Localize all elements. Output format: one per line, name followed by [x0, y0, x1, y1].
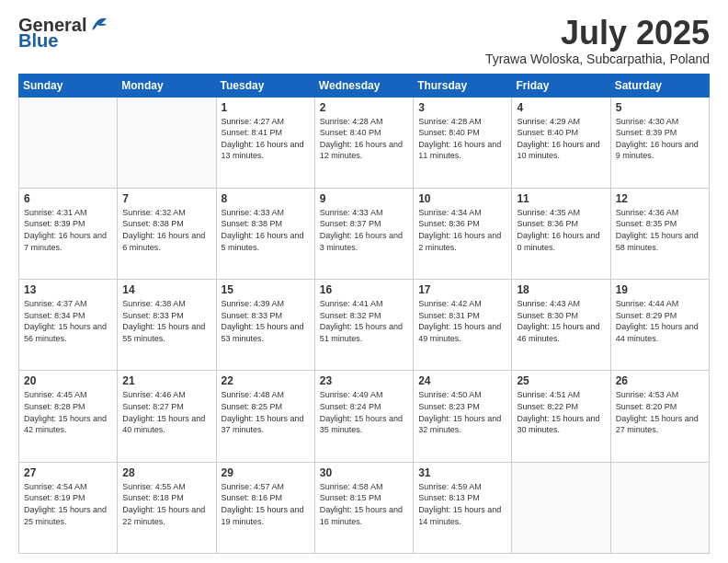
day-info: Sunrise: 4:28 AM Sunset: 8:40 PM Dayligh…: [320, 116, 408, 162]
header: General Blue July 2025 Tyrawa Woloska, S…: [18, 15, 710, 66]
calendar-cell: 15Sunrise: 4:39 AM Sunset: 8:33 PM Dayli…: [216, 280, 314, 371]
day-info: Sunrise: 4:54 AM Sunset: 8:19 PM Dayligh…: [24, 481, 112, 527]
day-info: Sunrise: 4:44 AM Sunset: 8:29 PM Dayligh…: [616, 298, 704, 344]
calendar-week-row: 13Sunrise: 4:37 AM Sunset: 8:34 PM Dayli…: [19, 280, 710, 371]
day-info: Sunrise: 4:31 AM Sunset: 8:39 PM Dayligh…: [24, 207, 112, 253]
calendar-cell: 22Sunrise: 4:48 AM Sunset: 8:25 PM Dayli…: [216, 371, 314, 462]
calendar-cell: 5Sunrise: 4:30 AM Sunset: 8:39 PM Daylig…: [610, 97, 709, 188]
day-info: Sunrise: 4:36 AM Sunset: 8:35 PM Dayligh…: [616, 207, 704, 253]
day-number: 16: [320, 283, 408, 296]
location-title: Tyrawa Woloska, Subcarpathia, Poland: [485, 52, 710, 66]
day-number: 10: [418, 192, 506, 205]
calendar-cell: [610, 462, 709, 553]
logo: General Blue: [18, 15, 108, 52]
calendar-cell: 12Sunrise: 4:36 AM Sunset: 8:35 PM Dayli…: [610, 188, 709, 279]
calendar-week-row: 6Sunrise: 4:31 AM Sunset: 8:39 PM Daylig…: [19, 188, 710, 279]
day-number: 20: [24, 374, 112, 387]
day-info: Sunrise: 4:50 AM Sunset: 8:23 PM Dayligh…: [418, 389, 506, 435]
calendar-day-header: Monday: [118, 74, 216, 97]
day-number: 31: [418, 466, 506, 479]
calendar-cell: 19Sunrise: 4:44 AM Sunset: 8:29 PM Dayli…: [610, 280, 709, 371]
calendar-cell: 16Sunrise: 4:41 AM Sunset: 8:32 PM Dayli…: [314, 280, 413, 371]
logo-blue: Blue: [18, 30, 58, 52]
calendar-cell: 25Sunrise: 4:51 AM Sunset: 8:22 PM Dayli…: [512, 371, 610, 462]
day-info: Sunrise: 4:32 AM Sunset: 8:38 PM Dayligh…: [122, 207, 210, 253]
calendar-cell: 1Sunrise: 4:27 AM Sunset: 8:41 PM Daylig…: [216, 97, 314, 188]
day-number: 3: [418, 101, 506, 114]
day-info: Sunrise: 4:58 AM Sunset: 8:15 PM Dayligh…: [320, 481, 408, 527]
day-number: 17: [418, 283, 506, 296]
calendar-day-header: Thursday: [414, 74, 512, 97]
day-number: 23: [320, 374, 408, 387]
day-number: 19: [616, 283, 704, 296]
day-info: Sunrise: 4:43 AM Sunset: 8:30 PM Dayligh…: [517, 298, 605, 344]
day-info: Sunrise: 4:53 AM Sunset: 8:20 PM Dayligh…: [616, 389, 704, 435]
calendar-cell: 20Sunrise: 4:45 AM Sunset: 8:28 PM Dayli…: [19, 371, 118, 462]
calendar-cell: 7Sunrise: 4:32 AM Sunset: 8:38 PM Daylig…: [118, 188, 216, 279]
day-info: Sunrise: 4:49 AM Sunset: 8:24 PM Dayligh…: [320, 389, 408, 435]
calendar-cell: 26Sunrise: 4:53 AM Sunset: 8:20 PM Dayli…: [610, 371, 709, 462]
calendar-day-header: Wednesday: [314, 74, 413, 97]
day-number: 15: [222, 283, 310, 296]
calendar-cell: 29Sunrise: 4:57 AM Sunset: 8:16 PM Dayli…: [216, 462, 314, 553]
day-number: 25: [517, 374, 605, 387]
day-info: Sunrise: 4:57 AM Sunset: 8:16 PM Dayligh…: [222, 481, 310, 527]
calendar-cell: 18Sunrise: 4:43 AM Sunset: 8:30 PM Dayli…: [512, 280, 610, 371]
calendar-cell: 3Sunrise: 4:28 AM Sunset: 8:40 PM Daylig…: [414, 97, 512, 188]
day-info: Sunrise: 4:46 AM Sunset: 8:27 PM Dayligh…: [122, 389, 210, 435]
calendar-day-header: Sunday: [19, 74, 118, 97]
calendar-cell: 30Sunrise: 4:58 AM Sunset: 8:15 PM Dayli…: [314, 462, 413, 553]
day-number: 5: [616, 101, 704, 114]
calendar-cell: 2Sunrise: 4:28 AM Sunset: 8:40 PM Daylig…: [314, 97, 413, 188]
calendar-cell: 14Sunrise: 4:38 AM Sunset: 8:33 PM Dayli…: [118, 280, 216, 371]
day-number: 7: [122, 192, 210, 205]
month-title: July 2025: [485, 15, 710, 52]
calendar-cell: 9Sunrise: 4:33 AM Sunset: 8:37 PM Daylig…: [314, 188, 413, 279]
calendar-cell: 11Sunrise: 4:35 AM Sunset: 8:36 PM Dayli…: [512, 188, 610, 279]
day-info: Sunrise: 4:59 AM Sunset: 8:13 PM Dayligh…: [418, 481, 506, 527]
calendar-cell: 27Sunrise: 4:54 AM Sunset: 8:19 PM Dayli…: [19, 462, 118, 553]
day-info: Sunrise: 4:29 AM Sunset: 8:40 PM Dayligh…: [517, 116, 605, 162]
calendar-cell: 24Sunrise: 4:50 AM Sunset: 8:23 PM Dayli…: [414, 371, 512, 462]
day-info: Sunrise: 4:27 AM Sunset: 8:41 PM Dayligh…: [222, 116, 310, 162]
day-number: 14: [122, 283, 210, 296]
day-number: 11: [517, 192, 605, 205]
day-info: Sunrise: 4:55 AM Sunset: 8:18 PM Dayligh…: [122, 481, 210, 527]
calendar-cell: 13Sunrise: 4:37 AM Sunset: 8:34 PM Dayli…: [19, 280, 118, 371]
calendar-week-row: 27Sunrise: 4:54 AM Sunset: 8:19 PM Dayli…: [19, 462, 710, 553]
calendar-day-header: Friday: [512, 74, 610, 97]
day-number: 26: [616, 374, 704, 387]
calendar-day-header: Saturday: [610, 74, 709, 97]
day-number: 27: [24, 466, 112, 479]
day-info: Sunrise: 4:41 AM Sunset: 8:32 PM Dayligh…: [320, 298, 408, 344]
day-info: Sunrise: 4:33 AM Sunset: 8:38 PM Dayligh…: [222, 207, 310, 253]
day-number: 8: [222, 192, 310, 205]
day-number: 21: [122, 374, 210, 387]
calendar-header-row: SundayMondayTuesdayWednesdayThursdayFrid…: [19, 74, 710, 97]
calendar-cell: [512, 462, 610, 553]
day-info: Sunrise: 4:51 AM Sunset: 8:22 PM Dayligh…: [517, 389, 605, 435]
logo-bird-icon: [88, 16, 108, 32]
day-number: 1: [222, 101, 310, 114]
day-number: 28: [122, 466, 210, 479]
calendar-cell: 31Sunrise: 4:59 AM Sunset: 8:13 PM Dayli…: [414, 462, 512, 553]
day-number: 18: [517, 283, 605, 296]
day-number: 2: [320, 101, 408, 114]
day-info: Sunrise: 4:42 AM Sunset: 8:31 PM Dayligh…: [418, 298, 506, 344]
day-info: Sunrise: 4:35 AM Sunset: 8:36 PM Dayligh…: [517, 207, 605, 253]
day-info: Sunrise: 4:38 AM Sunset: 8:33 PM Dayligh…: [122, 298, 210, 344]
calendar-cell: [118, 97, 216, 188]
calendar-table: SundayMondayTuesdayWednesdayThursdayFrid…: [18, 74, 710, 554]
calendar-week-row: 1Sunrise: 4:27 AM Sunset: 8:41 PM Daylig…: [19, 97, 710, 188]
calendar-cell: 28Sunrise: 4:55 AM Sunset: 8:18 PM Dayli…: [118, 462, 216, 553]
calendar-cell: 8Sunrise: 4:33 AM Sunset: 8:38 PM Daylig…: [216, 188, 314, 279]
day-number: 24: [418, 374, 506, 387]
calendar-cell: 17Sunrise: 4:42 AM Sunset: 8:31 PM Dayli…: [414, 280, 512, 371]
calendar-day-header: Tuesday: [216, 74, 314, 97]
calendar-cell: 10Sunrise: 4:34 AM Sunset: 8:36 PM Dayli…: [414, 188, 512, 279]
day-number: 9: [320, 192, 408, 205]
day-number: 30: [320, 466, 408, 479]
calendar-cell: 4Sunrise: 4:29 AM Sunset: 8:40 PM Daylig…: [512, 97, 610, 188]
title-block: July 2025 Tyrawa Woloska, Subcarpathia, …: [485, 15, 710, 66]
calendar-cell: 6Sunrise: 4:31 AM Sunset: 8:39 PM Daylig…: [19, 188, 118, 279]
